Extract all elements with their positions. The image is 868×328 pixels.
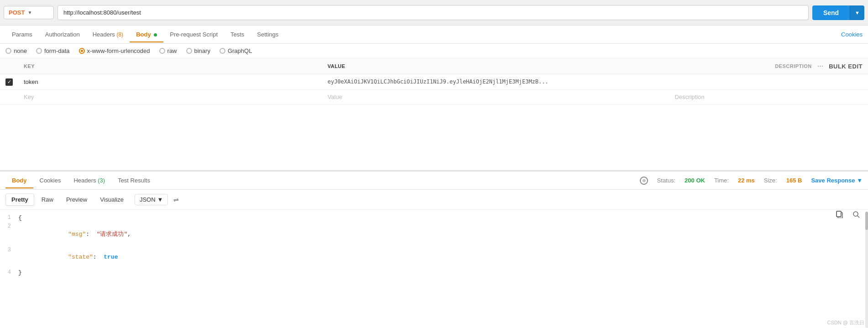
radio-none[interactable]: none bbox=[5, 47, 27, 54]
line-number-3: 3 bbox=[0, 247, 18, 253]
code-line-4: 4 } bbox=[0, 268, 868, 277]
radio-graphql-circle bbox=[220, 48, 225, 54]
globe-icon: ⊕ bbox=[640, 177, 648, 185]
radio-raw-circle bbox=[159, 48, 165, 54]
radio-form-data[interactable]: form-data bbox=[36, 47, 70, 54]
placeholder-description[interactable]: Description bbox=[669, 89, 868, 104]
watermark: CSDN @ 言洗日 bbox=[827, 319, 864, 326]
radio-urlencoded-circle bbox=[79, 48, 85, 54]
row-key[interactable]: token bbox=[18, 74, 322, 90]
headers-badge: (8) bbox=[116, 31, 123, 38]
svg-rect-1 bbox=[837, 211, 841, 217]
body-active-dot bbox=[154, 33, 157, 36]
language-chevron-icon: ▼ bbox=[157, 196, 163, 203]
kv-table: KEY VALUE DESCRIPTION ··· Bulk Edit ✓ bbox=[0, 58, 868, 104]
radio-raw[interactable]: raw bbox=[159, 47, 177, 54]
copy-button[interactable] bbox=[833, 208, 846, 221]
row-checkbox-cell[interactable]: ✓ bbox=[0, 74, 18, 90]
tab-headers[interactable]: Headers (8) bbox=[86, 26, 130, 42]
radio-binary-circle bbox=[186, 48, 192, 54]
send-button-group: Send ▼ bbox=[812, 5, 864, 20]
row-description[interactable] bbox=[669, 74, 868, 90]
tab-authorization[interactable]: Authorization bbox=[39, 26, 86, 42]
tab-pre-request-script[interactable]: Pre-request Script bbox=[163, 26, 224, 42]
radio-urlencoded[interactable]: x-www-form-urlencoded bbox=[79, 47, 150, 54]
send-button[interactable]: Send bbox=[812, 5, 850, 20]
send-dropdown-button[interactable]: ▼ bbox=[850, 5, 864, 20]
size-value: 165 B bbox=[786, 177, 802, 184]
cookies-link[interactable]: Cookies bbox=[841, 31, 863, 38]
time-value: 22 ms bbox=[738, 177, 755, 184]
resp-tab-cookies[interactable]: Cookies bbox=[33, 172, 68, 188]
radio-binary[interactable]: binary bbox=[186, 47, 210, 54]
response-code-area: 1 { 2 "msg": "请求成功", 3 "state": true 4 } bbox=[0, 210, 868, 328]
url-input[interactable] bbox=[58, 5, 809, 20]
method-chevron-icon: ▼ bbox=[27, 10, 32, 15]
table-row: ✓ token eyJ0eXAiOiJKV1QiLCJhbGciOiJIUzI1… bbox=[0, 74, 868, 90]
resp-headers-badge: (3) bbox=[98, 177, 105, 184]
response-format-row: Pretty Raw Preview Visualize JSON ▼ ⇌ bbox=[0, 190, 868, 210]
method-selector[interactable]: POST ▼ bbox=[4, 6, 54, 19]
scrollbar-thumb[interactable] bbox=[865, 212, 868, 230]
line-number-1: 1 bbox=[0, 214, 18, 221]
wrap-icon[interactable]: ⇌ bbox=[172, 195, 181, 204]
status-code: 200 OK bbox=[685, 177, 705, 184]
th-value: VALUE bbox=[322, 58, 669, 74]
resp-tab-body[interactable]: Body bbox=[5, 172, 33, 188]
radio-none-circle bbox=[5, 48, 11, 54]
format-tab-preview[interactable]: Preview bbox=[61, 194, 93, 205]
time-label: Time: bbox=[714, 177, 729, 184]
svg-line-4 bbox=[858, 216, 859, 218]
request-tabs-row: Params Authorization Headers (8) Body Pr… bbox=[0, 26, 868, 44]
size-label: Size: bbox=[764, 177, 777, 184]
resp-tab-test-results[interactable]: Test Results bbox=[111, 172, 157, 188]
placeholder-key[interactable]: Key bbox=[18, 89, 322, 104]
th-key: KEY bbox=[18, 58, 322, 74]
response-tabs-row: Body Cookies Headers (3) Test Results ⊕ … bbox=[0, 172, 868, 190]
tab-settings[interactable]: Settings bbox=[251, 26, 285, 42]
response-section: Body Cookies Headers (3) Test Results ⊕ … bbox=[0, 172, 868, 328]
tab-body[interactable]: Body bbox=[130, 26, 163, 42]
save-response-button[interactable]: Save Response ▼ bbox=[811, 177, 863, 184]
language-dropdown[interactable]: JSON ▼ bbox=[135, 194, 168, 205]
method-label: POST bbox=[9, 9, 25, 16]
placeholder-value[interactable]: Value bbox=[322, 89, 669, 104]
top-bar: POST ▼ Send ▼ bbox=[0, 0, 868, 26]
row-value[interactable]: eyJ0eXAiOiJKV1QiLCJhbGciOiJIUzI1NiJ9.eyJ… bbox=[322, 74, 669, 90]
tab-tests[interactable]: Tests bbox=[224, 26, 251, 42]
status-label: Status: bbox=[657, 177, 675, 184]
th-checkbox bbox=[0, 58, 18, 74]
search-button[interactable] bbox=[850, 208, 863, 221]
code-line-2: 2 "msg": "请求成功", bbox=[0, 222, 868, 246]
bulk-edit-button[interactable]: Bulk Edit bbox=[829, 63, 863, 70]
request-section: Params Authorization Headers (8) Body Pr… bbox=[0, 26, 868, 172]
response-status-info: ⊕ Status: 200 OK Time: 22 ms Size: 165 B… bbox=[640, 177, 863, 185]
code-line-3: 3 "state": true bbox=[0, 246, 868, 268]
radio-form-data-circle bbox=[36, 48, 42, 54]
line-number-4: 4 bbox=[0, 269, 18, 276]
format-tab-visualize[interactable]: Visualize bbox=[94, 194, 129, 205]
tab-params[interactable]: Params bbox=[5, 26, 39, 42]
resp-tab-headers[interactable]: Headers (3) bbox=[67, 172, 111, 188]
svg-point-3 bbox=[853, 212, 858, 216]
format-tab-raw[interactable]: Raw bbox=[36, 194, 59, 205]
placeholder-row: Key Value Description bbox=[0, 89, 868, 104]
radio-graphql[interactable]: GraphQL bbox=[220, 47, 252, 54]
line-number-2: 2 bbox=[0, 223, 18, 229]
format-tab-pretty[interactable]: Pretty bbox=[5, 193, 34, 206]
response-action-icons bbox=[833, 208, 863, 221]
scrollbar[interactable] bbox=[865, 212, 868, 328]
more-options-button[interactable]: ··· bbox=[816, 62, 825, 70]
row-checkbox[interactable]: ✓ bbox=[5, 78, 13, 86]
th-description: DESCRIPTION ··· Bulk Edit bbox=[669, 58, 868, 74]
body-type-row: none form-data x-www-form-urlencoded raw… bbox=[0, 44, 868, 58]
code-line-1: 1 { bbox=[0, 213, 868, 222]
